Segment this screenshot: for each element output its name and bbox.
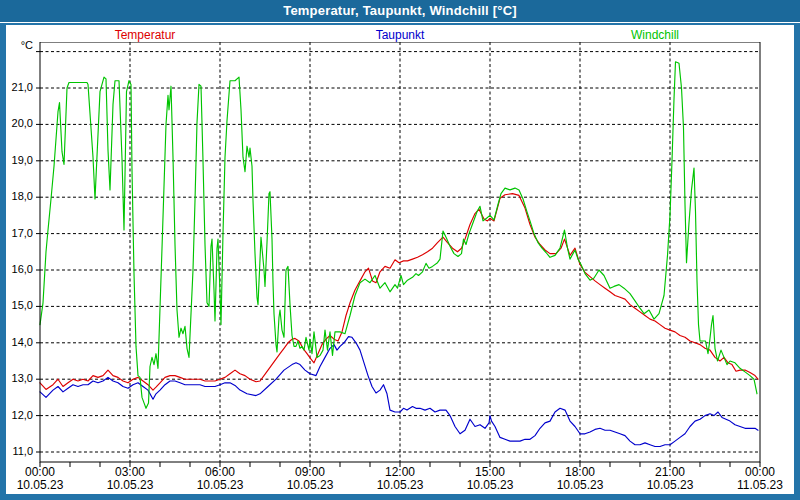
- chart-canvas: [36, 42, 764, 469]
- y-tick-label: 21,0: [6, 81, 33, 93]
- y-tick-label: 15,0: [6, 299, 33, 311]
- window-title: Temperatur, Taupunkt, Windchill [°C]: [283, 3, 517, 18]
- x-tick-label: 00:0011.05.23: [728, 466, 792, 492]
- y-tick-label: 11,0: [6, 445, 33, 457]
- x-tick-label: 18:0010.05.23: [548, 466, 612, 492]
- x-tick-date: 10.05.23: [8, 479, 72, 492]
- chart-panel: Temperatur Taupunkt Windchill °C 21,020,…: [6, 25, 794, 494]
- legend-item-temperatur: Temperatur: [115, 28, 176, 42]
- plot-area: [36, 42, 764, 469]
- x-tick-date: 10.05.23: [548, 479, 612, 492]
- x-tick-label: 03:0010.05.23: [98, 466, 162, 492]
- x-tick-label: 12:0010.05.23: [368, 466, 432, 492]
- y-axis-unit-label: °C: [6, 39, 33, 51]
- x-tick-label: 00:0010.05.23: [8, 466, 72, 492]
- x-tick-date: 11.05.23: [728, 479, 792, 492]
- y-tick-label: 20,0: [6, 117, 33, 129]
- y-tick-label: 13,0: [6, 372, 33, 384]
- legend-item-taupunkt: Taupunkt: [376, 28, 425, 42]
- y-tick-label: 18,0: [6, 190, 33, 202]
- x-tick-date: 10.05.23: [188, 479, 252, 492]
- y-tick-label: 16,0: [6, 263, 33, 275]
- title-bar: Temperatur, Taupunkt, Windchill [°C]: [0, 0, 800, 23]
- x-tick-date: 10.05.23: [368, 479, 432, 492]
- y-tick-label: 19,0: [6, 154, 33, 166]
- x-tick-date: 10.05.23: [458, 479, 522, 492]
- y-tick-label: 14,0: [6, 336, 33, 348]
- x-tick-label: 06:0010.05.23: [188, 466, 252, 492]
- legend-item-windchill: Windchill: [631, 28, 679, 42]
- x-tick-label: 21:0010.05.23: [638, 466, 702, 492]
- x-tick-date: 10.05.23: [98, 479, 162, 492]
- x-tick-label: 15:0010.05.23: [458, 466, 522, 492]
- y-tick-label: 12,0: [6, 409, 33, 421]
- x-tick-label: 09:0010.05.23: [278, 466, 342, 492]
- y-tick-label: 17,0: [6, 227, 33, 239]
- x-tick-date: 10.05.23: [638, 479, 702, 492]
- x-tick-date: 10.05.23: [278, 479, 342, 492]
